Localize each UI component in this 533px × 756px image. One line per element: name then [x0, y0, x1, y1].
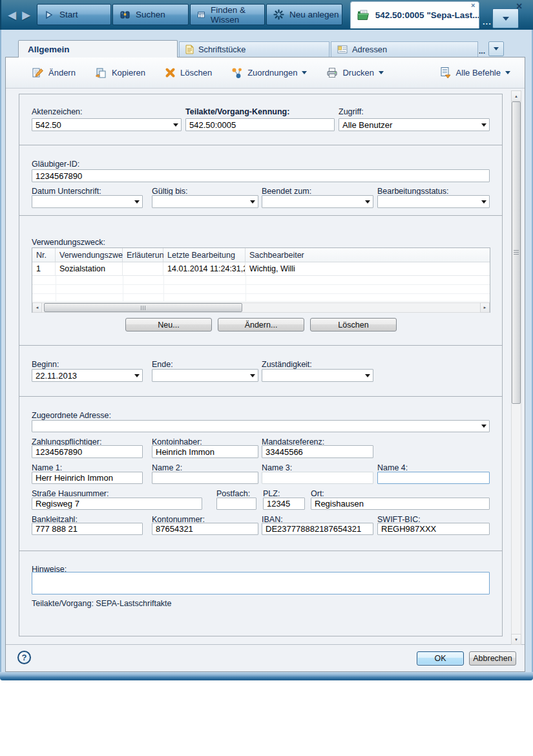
gueltig-bis-select[interactable]: [152, 195, 258, 208]
zustaendigkeit-select[interactable]: [262, 369, 373, 382]
toolbar-zuordnungen-button[interactable]: Zuordnungen: [231, 67, 307, 79]
name4-input[interactable]: [377, 472, 490, 484]
iban-input[interactable]: [262, 523, 373, 535]
toolbar-drucken-button[interactable]: Drucken: [326, 67, 383, 78]
help-icon[interactable]: ?: [17, 651, 31, 664]
toolbar-aendern-button[interactable]: Ändern: [32, 67, 76, 79]
name3-label: Name 3:: [262, 463, 292, 472]
datum-unterschrift-select[interactable]: [32, 195, 143, 208]
zugriff-select[interactable]: Alle Benutzer: [339, 118, 490, 131]
toolbar-drucken-label: Drucken: [342, 68, 373, 78]
toolbar-alle-befehle-button[interactable]: Alle Befehle: [439, 67, 510, 79]
swift-bic-input[interactable]: [377, 523, 490, 535]
teilakte-kennung-input[interactable]: [185, 118, 335, 131]
aendern-button[interactable]: Ändern...: [218, 318, 304, 331]
chevron-down-icon: [365, 200, 370, 204]
table-empty-row[interactable]: [32, 294, 490, 302]
tab-adressen-label: Adressen: [352, 45, 387, 54]
document-tab-label: 542.50:0005 "Sepa-Last...: [375, 10, 479, 20]
zustaendigkeit-label: Zuständigkeit:: [262, 360, 312, 369]
beginn-select[interactable]: 22.11.2013: [32, 369, 143, 382]
toolbar-loeschen-button[interactable]: Löschen: [165, 67, 212, 78]
scroll-right-button[interactable]: ►: [480, 302, 490, 313]
chevron-down-icon: [250, 374, 255, 377]
tab-schriftstuecke[interactable]: Schriftstücke: [179, 41, 329, 58]
chevron-down-icon: [481, 200, 486, 204]
chevron-down-icon: [365, 374, 370, 377]
document-tab-active[interactable]: 542.50:0005 "Sepa-Last...: [350, 1, 479, 28]
name1-input[interactable]: [32, 472, 143, 484]
beendet-zum-select[interactable]: [262, 195, 373, 208]
toolbar-kopieren-button[interactable]: Kopieren: [95, 67, 145, 79]
toolbar-aendern-label: Ändern: [48, 68, 76, 78]
document-icon: [185, 45, 194, 54]
name2-input[interactable]: [152, 472, 258, 484]
toptab-start[interactable]: Start: [37, 4, 111, 25]
ort-input[interactable]: [311, 498, 490, 510]
burst-icon: [273, 9, 284, 20]
table-row-cell-letzte-bearbeitung[interactable]: 14.01.2014 11:24:31,20: [163, 262, 246, 276]
plz-input[interactable]: [263, 498, 305, 510]
postfach-input[interactable]: [216, 498, 256, 510]
kontoinhaber-input[interactable]: [152, 445, 258, 458]
folder-icon: [357, 10, 370, 21]
aktenzeichen-select[interactable]: 542.50: [32, 118, 182, 131]
document-tab-close-icon[interactable]: ×: [471, 1, 475, 9]
table-row-cell-erlaeuterung[interactable]: [123, 262, 163, 276]
col-header-letzte-bearbeitung[interactable]: Letzte Bearbeitung: [163, 248, 246, 262]
col-header-verwendungszweck[interactable]: Verwendungszweck: [56, 248, 123, 262]
edit-icon: [32, 67, 44, 79]
col-header-erlaeuterung[interactable]: Erläuterung: [123, 248, 163, 262]
links-icon: [231, 67, 243, 79]
table-row-cell-nr[interactable]: 1: [32, 262, 56, 276]
ende-select[interactable]: [152, 369, 258, 382]
table-empty-row[interactable]: [32, 285, 490, 294]
neu-button[interactable]: Neu...: [125, 318, 212, 331]
toptab-suchen[interactable]: Suchen: [112, 4, 189, 25]
toptab-suchen-label: Suchen: [136, 10, 165, 19]
topbar-overflow-ellipsis[interactable]: ...: [483, 17, 492, 26]
name3-input[interactable]: [262, 472, 373, 484]
tabstrip-overflow-ellipsis[interactable]: ...: [479, 47, 485, 56]
vertical-scrollbar-thumb[interactable]: [512, 101, 521, 404]
topbar-tablist-dropdown-button[interactable]: [492, 8, 519, 28]
strasse-label: Straße Hausnummer:: [32, 489, 109, 498]
table-empty-row[interactable]: [32, 276, 490, 285]
loeschen-button[interactable]: Löschen: [310, 318, 397, 331]
abbrechen-button[interactable]: Abbrechen: [469, 651, 516, 666]
toptab-neu-anlegen[interactable]: Neu anlegen: [266, 4, 342, 25]
tab-adressen[interactable]: Adressen: [331, 41, 478, 58]
bankleitzahl-input[interactable]: [32, 523, 143, 535]
toptab-neu-anlegen-label: Neu anlegen: [289, 10, 339, 19]
col-header-nr[interactable]: Nr.: [32, 248, 56, 262]
kontonummer-input[interactable]: [152, 523, 258, 535]
hinweise-textarea[interactable]: [32, 572, 490, 594]
bearbeitungsstatus-select[interactable]: [377, 195, 490, 208]
horizontal-scrollbar-thumb[interactable]: [44, 303, 242, 312]
glaeubiger-id-input[interactable]: [32, 169, 490, 182]
strasse-input[interactable]: [32, 498, 202, 510]
toptab-finden-wissen[interactable]: Finden & Wissen: [190, 4, 265, 25]
chevron-down-icon: [481, 123, 486, 127]
nav-forward-icon[interactable]: ▶: [22, 8, 30, 22]
zugeordnete-adresse-select[interactable]: [32, 420, 490, 432]
tabstrip-dropdown-button[interactable]: [488, 41, 504, 56]
col-header-sachbearbeiter[interactable]: Sachbearbeiter: [246, 248, 490, 262]
table-row-cell-verwendungszweck[interactable]: Sozialstation: [56, 262, 123, 276]
chevron-down-icon: [494, 47, 499, 50]
chevron-down-icon: [503, 17, 509, 21]
aktenzeichen-value: 542.50: [36, 120, 173, 130]
nav-back-icon[interactable]: ◀: [8, 8, 16, 22]
chevron-down-icon: [173, 123, 178, 127]
tab-allgemein-active[interactable]: Allgemein: [18, 40, 178, 58]
scroll-left-button[interactable]: ◄: [32, 302, 42, 313]
window-close-icon[interactable]: ×: [516, 1, 522, 12]
zahlungspflichtiger-input[interactable]: [32, 445, 143, 458]
ok-button[interactable]: OK: [417, 651, 464, 666]
gueltig-bis-label: Gültig bis:: [152, 187, 188, 196]
scroll-down-button[interactable]: ▼: [511, 634, 521, 645]
table-row-cell-sachbearbeiter[interactable]: Wichtig, Willi: [246, 262, 490, 276]
binoculars-icon: [120, 10, 131, 20]
mandatsreferenz-input[interactable]: [262, 445, 373, 458]
scroll-up-button[interactable]: ▲: [511, 90, 521, 101]
